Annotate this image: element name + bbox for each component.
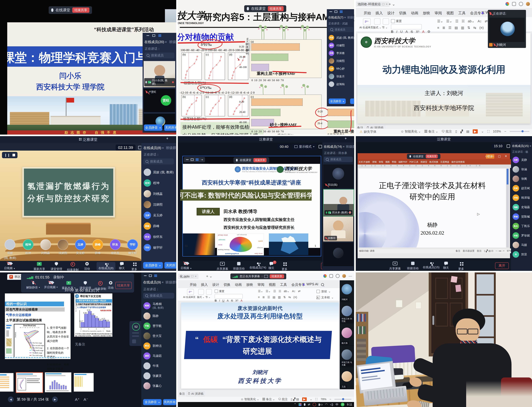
member-row[interactable]: 陈静	[143, 313, 164, 320]
video-tile[interactable]: 环境工程 马文鑫	[340, 346, 354, 368]
notes-tab[interactable]: 备注	[179, 392, 185, 396]
comment-button[interactable]: 🗨 批注	[442, 129, 452, 133]
toolbar-members[interactable]: 在线成员(8)	[97, 262, 115, 270]
member-row[interactable]: 稚桐 马稚桐 (我, 教师)	[143, 302, 164, 310]
end-share-button[interactable]: 结束共享	[72, 8, 89, 13]
next-slide-button[interactable]: ▶	[52, 397, 58, 402]
end-share-button[interactable]: 结束共享	[268, 6, 284, 11]
notes-button[interactable]: ☰ 备注 ⌄	[262, 397, 275, 401]
student-seat[interactable]: 刘桃蕊	[40, 239, 51, 260]
theme-icon[interactable]	[506, 2, 509, 6]
student-seat[interactable]: 玉婷 吴玉婷	[75, 239, 86, 260]
member-row[interactable]: 沈炳熙	[329, 58, 354, 64]
toolbar-activity[interactable]: 活动	[84, 262, 90, 271]
mute-all-button[interactable]: 全员静音▲	[329, 98, 346, 104]
search-input[interactable]: 搜索成员	[143, 158, 174, 164]
notes-button[interactable]: 备注	[456, 249, 460, 252]
globe-icon[interactable]	[336, 274, 340, 278]
fullscreen-icon[interactable]	[319, 145, 322, 148]
member-row[interactable]: 张赢心	[143, 382, 164, 389]
textbox-button[interactable]: A文本框 ⌄	[316, 296, 334, 299]
prev-slide-button[interactable]: ◀	[8, 397, 14, 402]
end-share-button[interactable]: 结束共享	[426, 154, 438, 158]
close-all-button[interactable]: 关闭所有	[163, 399, 176, 405]
toolbar-more[interactable]: 更多	[282, 262, 287, 271]
student-seat[interactable]: 沈炳熙	[57, 239, 68, 260]
member-row[interactable]: 张涵	[513, 166, 530, 173]
document-tab[interactable]: 池回收-环境前沿 🖵 ×	[356, 2, 389, 7]
zoom-slider-mini[interactable]: − ─●─ +	[496, 250, 504, 252]
layout-icon[interactable]	[198, 289, 204, 295]
video-tile-teacher[interactable]: 闫小乐(我, 教师)	[144, 61, 175, 87]
mute-all-button[interactable]: 全员静音▲	[143, 399, 161, 405]
search-input[interactable]: 搜索成员	[324, 157, 353, 162]
tab-members[interactable]: 在线成员(20)	[145, 40, 164, 44]
member-row[interactable]: 屈姣 (我, 教师)	[144, 169, 174, 176]
leave-button[interactable]: 离开	[495, 262, 509, 269]
window-controls[interactable]	[330, 10, 343, 13]
close-tab-icon[interactable]: ×	[386, 2, 387, 6]
member-row[interactable]: 玉婷 吴玉婷	[144, 212, 174, 219]
wifi-icon[interactable]: ◠	[325, 403, 328, 406]
display-mode-button[interactable]: 显示模式▼	[292, 144, 316, 149]
menu-item[interactable]: 设计	[212, 282, 219, 287]
pause-icon[interactable]: ❙❙	[4, 153, 10, 157]
toolbar-camera[interactable]: 开启视频▼	[44, 281, 58, 289]
video-tile-speaking[interactable]: 田水承 (教师)	[323, 189, 354, 216]
scrollbar[interactable]	[506, 169, 509, 248]
ai-script-tab[interactable]: 🗒 AI 演讲稿	[186, 391, 205, 396]
toolbar-members[interactable]: 在线成员(15)	[423, 262, 439, 269]
close-all-button-partial[interactable]	[350, 98, 354, 104]
ai-page-icon[interactable]: P⁺	[187, 289, 194, 295]
new-tab-button[interactable]: + ⌄	[206, 274, 212, 278]
student-seat[interactable]: 薛峰 薛峰	[92, 239, 103, 260]
minimize-icon[interactable]: —	[348, 274, 352, 278]
menu-item[interactable]: 切换	[224, 282, 230, 287]
toolbar-members[interactable]: 在线成员(74)	[250, 262, 266, 270]
maximize-icon[interactable]	[152, 34, 155, 37]
toolbar-camera[interactable]: 启视频▲	[180, 262, 192, 270]
menu-item[interactable]: 工具	[458, 11, 466, 16]
align-buttons[interactable]: ≡≣☰▤▥⇅⇆(≡)	[258, 296, 297, 299]
video-tile[interactable]: 杨大渔	[340, 324, 354, 346]
window-controls[interactable]: ▭ ─ ▢ ✕	[485, 155, 509, 158]
message-badge[interactable]: 33	[341, 403, 345, 406]
fit-icon[interactable]: ⛶	[487, 130, 489, 133]
member-row[interactable]: 陈铖 贺陈铖	[513, 213, 530, 220]
toolbar-class-activity[interactable]: 班级活动	[233, 262, 245, 271]
member-row[interactable]: 淑窈 马淑窈	[143, 352, 164, 360]
stop-icon[interactable]	[12, 154, 15, 156]
member-row[interactable]: 泽雍 李泽雍	[329, 50, 354, 56]
view-grid-icon[interactable]: ▞	[460, 130, 463, 133]
tab-class-chat[interactable]: 班级群聊	[165, 280, 176, 285]
close-tab-icon[interactable]: ×	[343, 145, 345, 149]
next-slide-preview[interactable]: 旱区地下水文过程 ➢ 旱区包气带水文过程的一些认识 1. 内陆干旱盆地平原区包气…	[74, 293, 112, 337]
member-row[interactable]: 言斌 赵言斌	[513, 185, 530, 192]
close-all-button[interactable]: 关闭所	[164, 262, 176, 269]
menu-item[interactable]: 视图	[446, 11, 454, 16]
video-tile[interactable]: 环境工程 刘艺航	[340, 302, 354, 324]
new-tab-button[interactable]: + ⌄	[389, 2, 395, 7]
titlebar-icons[interactable]	[506, 2, 530, 6]
reset-button[interactable]: 重置	[391, 19, 402, 23]
floating-window-controls[interactable]: ⇥	[184, 157, 205, 162]
student-seat[interactable]: 怀东 徐怀东	[110, 239, 121, 260]
member-row[interactable]: 宇轩 杨宇轩	[144, 244, 174, 251]
menu-item[interactable]: 插入	[201, 282, 208, 287]
close-all-button[interactable]: 关闭所有	[164, 125, 176, 131]
tray-mic-icon[interactable]	[304, 403, 306, 406]
tab-class-chat[interactable]: 班级群聊2	[169, 40, 176, 44]
video-tile[interactable]	[489, 18, 525, 42]
member-row[interactable]: 凯乐 丁凯乐	[513, 223, 530, 229]
missing-font-warning[interactable]: ⚠缺失字体	[360, 130, 377, 134]
member-row[interactable]: 泽瑞 韩泽瑞	[513, 195, 530, 201]
tab-class-chat[interactable]: 班级群聊	[166, 146, 176, 150]
zoom-out[interactable]: −	[504, 130, 506, 133]
shape-button[interactable]: 形状 ⌄	[316, 290, 331, 293]
comment-button[interactable]: 🗨 批注	[278, 397, 288, 401]
member-row[interactable]: 珍妮 罗珍妮	[513, 232, 530, 239]
close-tab-icon[interactable]: ×	[162, 281, 164, 284]
member-row[interactable]: 张嘉月	[329, 74, 354, 79]
ai-page-icon[interactable]: P⁺	[363, 18, 371, 25]
ppt-menu-item[interactable]: 幻灯片放映	[359, 160, 370, 164]
